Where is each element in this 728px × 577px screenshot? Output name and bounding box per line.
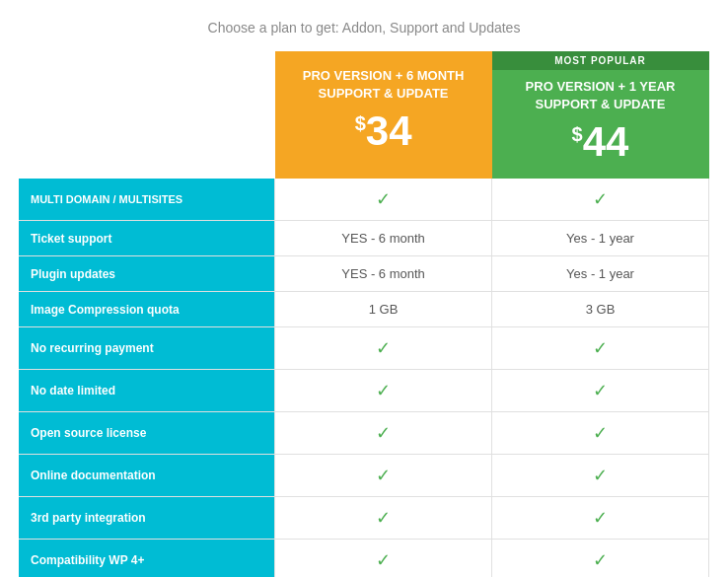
feature-row: MULTI DOMAIN / MULTISITES✓✓ [19, 179, 709, 221]
feature-value-cell: ✓ [492, 455, 709, 497]
plan-header-row: PRO VERSION + 6 MONTH SUPPORT & UPDATE $… [19, 51, 709, 179]
feature-label-cell: Compatibility WP 4+ [19, 540, 275, 577]
feature-value-cell: ✓ [275, 497, 492, 540]
empty-header-cell [19, 51, 275, 179]
feature-row: No recurring payment✓✓ [19, 327, 709, 370]
feature-label-cell: Image Compression quota [19, 292, 275, 327]
feature-row: Image Compression quota1 GB3 GB [19, 292, 709, 327]
feature-value-cell: ✓ [492, 540, 709, 577]
check-icon: ✓ [376, 189, 391, 209]
plan-yellow-header: PRO VERSION + 6 MONTH SUPPORT & UPDATE $… [275, 51, 492, 179]
feature-label-cell: MULTI DOMAIN / MULTISITES [19, 179, 275, 221]
check-icon: ✓ [376, 550, 391, 570]
feature-value-cell: Yes - 1 year [492, 256, 709, 292]
check-icon: ✓ [593, 550, 608, 570]
feature-row: Ticket supportYES - 6 monthYes - 1 year [19, 221, 709, 256]
check-icon: ✓ [376, 381, 391, 400]
feature-value-cell: ✓ [275, 412, 492, 455]
pricing-container: Choose a plan to get: Addon, Support and… [19, 20, 709, 577]
feature-value-cell: ✓ [492, 370, 709, 412]
most-popular-badge: MOST POPULAR [492, 51, 709, 70]
feature-value-cell: ✓ [275, 179, 492, 221]
check-icon: ✓ [376, 466, 391, 485]
check-icon: ✓ [593, 508, 608, 528]
plan-green-price: $44 [502, 121, 699, 163]
feature-row: 3rd party integration✓✓ [19, 497, 709, 540]
plan-yellow-title: PRO VERSION + 6 MONTH SUPPORT & UPDATE [285, 67, 482, 103]
feature-value-cell: 3 GB [492, 292, 709, 327]
page-subtitle: Choose a plan to get: Addon, Support and… [19, 20, 709, 36]
plan-green-currency: $ [572, 123, 583, 145]
feature-value-cell: ✓ [275, 370, 492, 412]
feature-value-cell: ✓ [275, 540, 492, 577]
check-icon: ✓ [376, 423, 391, 443]
check-icon: ✓ [593, 338, 608, 358]
feature-label-cell: Open source license [19, 412, 275, 455]
plan-yellow-currency: $ [355, 112, 366, 134]
feature-row: Open source license✓✓ [19, 412, 709, 455]
features-body: MULTI DOMAIN / MULTISITES✓✓Ticket suppor… [19, 179, 709, 577]
feature-value-cell: ✓ [275, 455, 492, 497]
feature-label-cell: Online documentation [19, 455, 275, 497]
check-icon: ✓ [376, 338, 391, 358]
check-icon: ✓ [376, 508, 391, 528]
feature-label-cell: No recurring payment [19, 327, 275, 370]
check-icon: ✓ [593, 423, 608, 443]
feature-value-cell: ✓ [275, 327, 492, 370]
feature-label-cell: Plugin updates [19, 256, 275, 292]
feature-label-cell: 3rd party integration [19, 497, 275, 540]
feature-row: Compatibility WP 4+✓✓ [19, 540, 709, 577]
plan-green-title: PRO VERSION + 1 YEAR SUPPORT & UPDATE [502, 78, 699, 113]
check-icon: ✓ [593, 381, 608, 400]
feature-value-cell: 1 GB [275, 292, 492, 327]
feature-value-cell: ✓ [492, 179, 709, 221]
feature-row: Online documentation✓✓ [19, 455, 709, 497]
plan-green-header: MOST POPULAR PRO VERSION + 1 YEAR SUPPOR… [492, 51, 709, 179]
feature-value-cell: ✓ [492, 327, 709, 370]
feature-value-cell: Yes - 1 year [492, 221, 709, 256]
pricing-table: PRO VERSION + 6 MONTH SUPPORT & UPDATE $… [19, 51, 709, 577]
feature-label-cell: Ticket support [19, 221, 275, 256]
feature-value-cell: YES - 6 month [275, 256, 492, 292]
feature-label-cell: No date limited [19, 370, 275, 412]
feature-value-cell: YES - 6 month [275, 221, 492, 256]
check-icon: ✓ [593, 466, 608, 485]
feature-row: Plugin updatesYES - 6 monthYes - 1 year [19, 256, 709, 292]
feature-row: No date limited✓✓ [19, 370, 709, 412]
plan-yellow-price: $34 [285, 110, 482, 152]
feature-value-cell: ✓ [492, 497, 709, 540]
check-icon: ✓ [593, 189, 608, 209]
feature-value-cell: ✓ [492, 412, 709, 455]
